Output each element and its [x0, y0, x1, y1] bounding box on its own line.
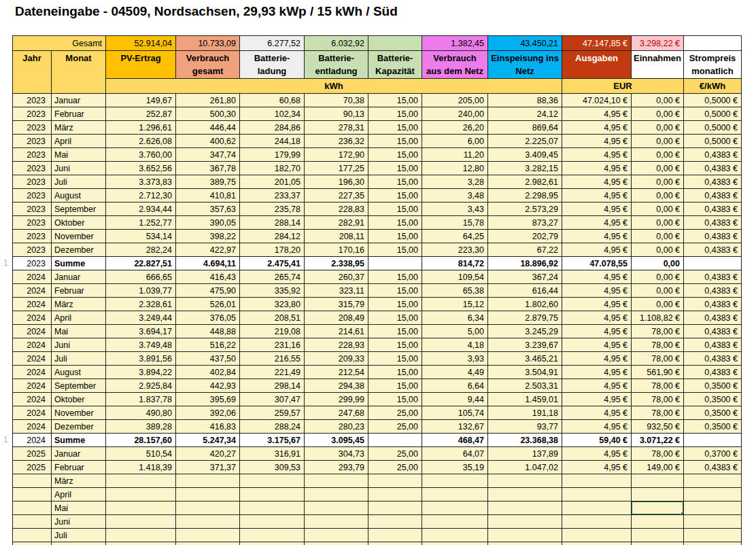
cell-verbrauch-gesamt[interactable] [176, 529, 240, 542]
gesamt-einspeisung-netz[interactable]: 43.450,21 [488, 36, 562, 51]
cell-einnahmen[interactable]: 0,00 € [632, 270, 684, 284]
cell-monat[interactable]: Februar [52, 284, 106, 298]
cell-batterie-ladung[interactable]: 3.175,67 [240, 434, 305, 447]
cell-einspeisung-netz[interactable]: 1.459,01 [488, 393, 562, 406]
cell-verbrauch-netz[interactable]: 9,44 [422, 393, 488, 406]
cell-batterie-kapazitaet[interactable] [368, 257, 422, 270]
cell-empty[interactable] [488, 542, 562, 545]
cell-jahr[interactable]: 2024 [13, 406, 52, 420]
header-verbrauch-netz[interactable]: Verbrauch aus dem Netz [422, 51, 488, 79]
cell-batterie-kapazitaet[interactable]: 15,00 [368, 189, 422, 203]
cell-verbrauch-netz[interactable]: 4,49 [422, 366, 488, 379]
gesamt-batterie-entladung[interactable]: 6.032,92 [305, 36, 368, 51]
gesamt-verbrauch-gesamt[interactable]: 10.733,09 [176, 36, 240, 51]
cell-strompreis[interactable]: 0,4383 € [684, 162, 742, 175]
cell-strompreis[interactable]: 0,5000 € [684, 94, 742, 107]
cell-verbrauch-netz[interactable]: 12,80 [422, 162, 488, 175]
cell-batterie-kapazitaet[interactable]: 15,00 [368, 393, 422, 406]
cell-batterie-ladung[interactable]: 284,86 [240, 121, 305, 135]
cell-batterie-entladung[interactable]: 293,79 [305, 461, 368, 474]
cell-verbrauch-netz[interactable] [422, 515, 488, 529]
cell-batterie-ladung[interactable]: 316,91 [240, 447, 305, 461]
cell-einnahmen[interactable]: 0,00 € [632, 107, 684, 121]
cell-einnahmen[interactable]: 0,00 € [632, 230, 684, 243]
cell-pv-ertrag[interactable]: 1.296,61 [106, 121, 176, 135]
cell-monat[interactable]: Mai [52, 502, 106, 515]
cell-monat[interactable]: Januar [52, 270, 106, 284]
cell-strompreis[interactable]: 0,4383 € [684, 203, 742, 216]
cell-monat[interactable]: Juli [52, 175, 106, 189]
cell-pv-ertrag[interactable]: 1.418,39 [106, 461, 176, 474]
cell-jahr[interactable] [13, 515, 52, 529]
cell-einspeisung-netz[interactable]: 1.802,60 [488, 298, 562, 311]
cell-empty[interactable] [632, 542, 684, 545]
header-verbrauch-gesamt[interactable]: Verbrauch gesamt [176, 51, 240, 79]
cell-batterie-entladung[interactable]: 227,35 [305, 189, 368, 203]
cell-strompreis[interactable]: 0,5000 € [684, 107, 742, 121]
gesamt-verbrauch-netz[interactable]: 1.382,45 [422, 36, 488, 51]
cell-batterie-kapazitaet[interactable]: 15,00 [368, 338, 422, 352]
cell-einnahmen[interactable]: 0,00 € [632, 189, 684, 203]
cell-jahr[interactable]: 2025 [13, 461, 52, 474]
cell-batterie-kapazitaet[interactable]: 15,00 [368, 135, 422, 148]
cell-batterie-kapazitaet[interactable]: 15,00 [368, 298, 422, 311]
cell-ausgaben[interactable]: 4,95 € [562, 270, 632, 284]
cell-batterie-kapazitaet[interactable]: 15,00 [368, 311, 422, 325]
cell-batterie-ladung[interactable]: 259,57 [240, 406, 305, 420]
cell-batterie-kapazitaet[interactable]: 15,00 [368, 107, 422, 121]
cell-strompreis[interactable]: 0,4383 € [684, 148, 742, 162]
cell-batterie-kapazitaet[interactable]: 25,00 [368, 461, 422, 474]
cell-ausgaben[interactable] [562, 515, 632, 529]
cell-pv-ertrag[interactable]: 282,24 [106, 243, 176, 257]
cell-einnahmen[interactable] [632, 474, 684, 488]
cell-verbrauch-netz[interactable]: 26,20 [422, 121, 488, 135]
cell-einspeisung-netz[interactable]: 2.503,31 [488, 379, 562, 393]
cell-ausgaben[interactable] [562, 488, 632, 502]
cell-batterie-kapazitaet[interactable]: 15,00 [368, 230, 422, 243]
cell-verbrauch-netz[interactable]: 6,00 [422, 135, 488, 148]
cell-jahr[interactable] [13, 474, 52, 488]
cell-batterie-ladung[interactable]: 60,68 [240, 94, 305, 107]
cell-monat[interactable]: Mai [52, 148, 106, 162]
cell-jahr[interactable]: 2024 [13, 338, 52, 352]
cell-strompreis[interactable]: 0,4383 € [684, 461, 742, 474]
cell-batterie-ladung[interactable]: 179,99 [240, 148, 305, 162]
cell-jahr[interactable]: 2024 [13, 325, 52, 338]
cell-strompreis[interactable] [684, 434, 742, 447]
cell-verbrauch-gesamt[interactable]: 376,05 [176, 311, 240, 325]
header-batterie-kapazitaet[interactable]: Batterie- Kapazität [368, 51, 422, 79]
cell-ausgaben[interactable]: 4,95 € [562, 135, 632, 148]
gesamt-pv-ertrag[interactable]: 52.914,04 [106, 36, 176, 51]
cell-verbrauch-gesamt[interactable]: 5.247,34 [176, 434, 240, 447]
gesamt-einnahmen[interactable]: 3.298,22 € [632, 36, 684, 51]
cell-batterie-ladung[interactable]: 307,47 [240, 393, 305, 406]
cell-einspeisung-netz[interactable]: 67,22 [488, 243, 562, 257]
cell-strompreis[interactable]: 0,4383 € [684, 352, 742, 366]
cell-jahr[interactable]: 2023 [13, 135, 52, 148]
cell-batterie-entladung[interactable]: 209,33 [305, 352, 368, 366]
cell-verbrauch-netz[interactable]: 240,00 [422, 107, 488, 121]
cell-pv-ertrag[interactable]: 28.157,60 [106, 434, 176, 447]
cell-pv-ertrag[interactable] [106, 515, 176, 529]
cell-verbrauch-gesamt[interactable]: 347,74 [176, 148, 240, 162]
cell-batterie-entladung[interactable]: 282,91 [305, 216, 368, 230]
cell-einnahmen[interactable]: 0,00 € [632, 162, 684, 175]
cell-monat[interactable]: Mai [52, 325, 106, 338]
cell-verbrauch-netz[interactable]: 15,78 [422, 216, 488, 230]
cell-verbrauch-gesamt[interactable]: 410,81 [176, 189, 240, 203]
cell-batterie-entladung[interactable]: 247,68 [305, 406, 368, 420]
cell-empty[interactable] [305, 542, 368, 545]
cell-pv-ertrag[interactable] [106, 474, 176, 488]
cell-monat[interactable]: Juni [52, 338, 106, 352]
cell-batterie-entladung[interactable]: 299,99 [305, 393, 368, 406]
cell-verbrauch-gesamt[interactable]: 475,90 [176, 284, 240, 298]
cell-ausgaben[interactable]: 4,95 € [562, 121, 632, 135]
cell-batterie-ladung[interactable] [240, 502, 305, 515]
unit-eur-per-kwh[interactable]: €/kWh [684, 79, 742, 94]
cell-einnahmen[interactable]: 78,00 € [632, 393, 684, 406]
cell-empty[interactable] [52, 542, 106, 545]
cell-einnahmen[interactable]: 78,00 € [632, 406, 684, 420]
header-jahr[interactable]: Jahr [13, 51, 52, 94]
cell-einnahmen[interactable]: 0,00 € [632, 148, 684, 162]
cell-monat[interactable]: Juli [52, 529, 106, 542]
